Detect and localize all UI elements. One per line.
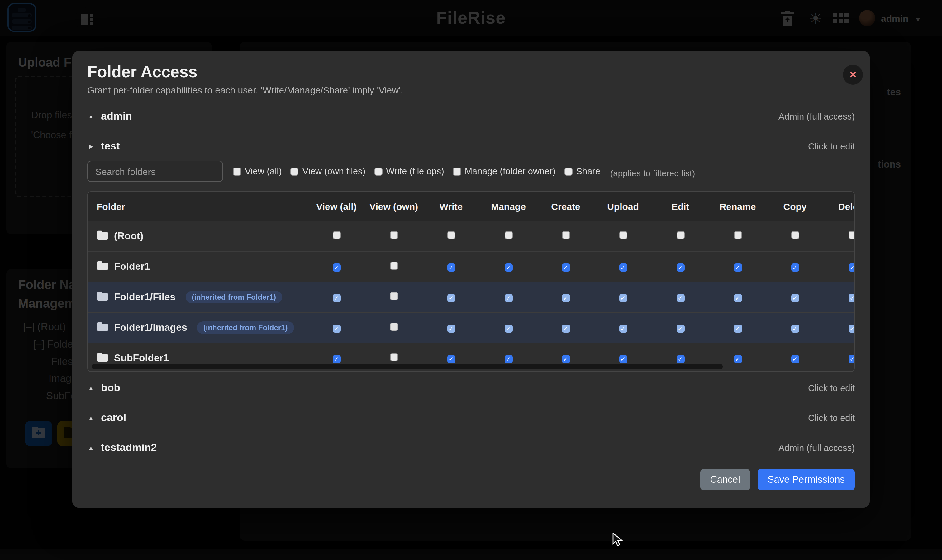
perm-checkbox-unchecked[interactable]	[848, 231, 855, 239]
column-header-manage: Manage	[480, 192, 537, 221]
modal-subtitle: Grant per-folder capabilities to each us…	[87, 85, 855, 95]
column-header-rename: Rename	[709, 192, 766, 221]
perm-checkbox-checked[interactable]: ✓	[676, 294, 684, 302]
folder-icon	[97, 230, 108, 242]
folder-name: Folder1	[114, 261, 150, 272]
cancel-button[interactable]: Cancel	[700, 469, 750, 490]
user-row-test[interactable]: ▶ test Click to edit	[87, 134, 855, 159]
filter-checkbox-manage-folder-owner[interactable]: Manage (folder owner)	[453, 166, 556, 176]
perm-checkbox-checked[interactable]: ✓	[676, 355, 684, 363]
user-status: Admin (full access)	[779, 443, 855, 453]
perm-checkbox-checked[interactable]: ✓	[734, 355, 742, 363]
perm-checkbox-unchecked[interactable]	[332, 231, 340, 239]
checkbox-unchecked[interactable]	[564, 167, 572, 175]
perm-checkbox-checked[interactable]: ✓	[504, 294, 513, 302]
folder-icon	[97, 352, 108, 364]
chevron-up-icon: ▲	[87, 415, 95, 421]
perm-checkbox-checked[interactable]: ✓	[848, 355, 855, 363]
filter-checkbox-share[interactable]: Share	[564, 166, 600, 176]
user-name: test	[101, 140, 120, 152]
perm-checkbox-checked[interactable]: ✓	[791, 263, 799, 272]
perm-checkbox-checked[interactable]: ✓	[791, 325, 799, 332]
user-row-bob[interactable]: ▲ bob Click to edit	[87, 375, 855, 400]
folder-name: Folder1/Files	[114, 292, 175, 303]
table-row: Folder1/Images(inherited from Folder1)✓✓…	[88, 312, 855, 343]
perm-checkbox-unchecked[interactable]	[562, 231, 570, 239]
user-status: Click to edit	[808, 383, 855, 393]
chevron-up-icon: ▲	[87, 113, 95, 120]
perm-checkbox-checked[interactable]: ✓	[791, 355, 799, 363]
folder-icon	[97, 291, 108, 303]
perm-checkbox-checked[interactable]: ✓	[734, 294, 742, 302]
column-header-write: Write	[422, 192, 480, 221]
perm-checkbox-unchecked[interactable]	[734, 231, 742, 239]
perm-checkbox-checked[interactable]: ✓	[619, 263, 627, 272]
perm-checkbox-checked[interactable]: ✓	[447, 325, 455, 332]
perm-checkbox-checked[interactable]: ✓	[562, 294, 570, 302]
perm-checkbox-unchecked[interactable]	[390, 292, 398, 300]
perm-checkbox-checked[interactable]: ✓	[504, 263, 513, 272]
perm-checkbox-checked[interactable]: ✓	[332, 263, 340, 272]
perm-checkbox-unchecked[interactable]	[791, 231, 799, 239]
chevron-right-icon: ▶	[87, 143, 95, 149]
perm-checkbox-checked[interactable]: ✓	[619, 294, 627, 302]
horizontal-scrollbar-thumb[interactable]	[92, 364, 723, 369]
filter-checkbox-view-all[interactable]: View (all)	[233, 166, 282, 176]
close-icon[interactable]: ✕	[843, 65, 863, 85]
folder-filter-row: View (all)View (own files)Write (file op…	[87, 160, 855, 183]
table-row: Folder1/Files(inherited from Folder1)✓✓✓…	[88, 282, 855, 312]
perm-checkbox-checked[interactable]: ✓	[447, 263, 455, 272]
save-permissions-button[interactable]: Save Permissions	[757, 469, 855, 490]
perm-checkbox-checked[interactable]: ✓	[676, 325, 684, 332]
perm-checkbox-checked[interactable]: ✓	[447, 294, 455, 302]
column-header-view-own: View (own)	[365, 192, 422, 221]
perm-checkbox-checked[interactable]: ✓	[848, 263, 855, 272]
perm-checkbox-checked[interactable]: ✓	[619, 355, 627, 363]
page: FileRise ☀ admin ▼ Upload Fi Drop files,…	[0, 0, 942, 560]
perm-checkbox-unchecked[interactable]	[390, 231, 398, 239]
folder-icon	[97, 261, 108, 272]
checkbox-unchecked[interactable]	[453, 167, 461, 175]
perm-checkbox-checked[interactable]: ✓	[447, 355, 455, 363]
checkbox-unchecked[interactable]	[291, 167, 299, 175]
user-row-testadmin2[interactable]: ▲ testadmin2 Admin (full access)	[87, 435, 855, 460]
perm-checkbox-unchecked[interactable]	[504, 231, 513, 239]
perm-checkbox-checked[interactable]: ✓	[504, 325, 513, 332]
folder-name: Folder1/Images	[114, 322, 187, 333]
filter-checkbox-view-own-files[interactable]: View (own files)	[291, 166, 366, 176]
user-name: bob	[101, 382, 120, 394]
modal-footer: Cancel Save Permissions	[87, 469, 855, 490]
chevron-up-icon: ▲	[87, 385, 95, 391]
perm-checkbox-unchecked[interactable]	[447, 231, 455, 239]
checkbox-unchecked[interactable]	[233, 167, 241, 175]
perm-checkbox-checked[interactable]: ✓	[562, 325, 570, 332]
perm-checkbox-checked[interactable]: ✓	[562, 263, 570, 272]
perm-checkbox-checked[interactable]: ✓	[332, 325, 340, 332]
perm-checkbox-checked[interactable]: ✓	[676, 263, 684, 272]
filter-checkbox-write-file-ops[interactable]: Write (file ops)	[374, 166, 444, 176]
column-header-view-all: View (all)	[308, 192, 365, 221]
perm-checkbox-checked[interactable]: ✓	[332, 355, 340, 363]
perm-checkbox-checked[interactable]: ✓	[332, 294, 340, 302]
checkbox-unchecked[interactable]	[374, 167, 382, 175]
filter-note: (applies to filtered list)	[610, 168, 695, 178]
perm-checkbox-checked[interactable]: ✓	[504, 355, 513, 363]
perm-checkbox-unchecked[interactable]	[390, 353, 398, 361]
perm-checkbox-unchecked[interactable]	[619, 231, 627, 239]
perm-checkbox-checked[interactable]: ✓	[848, 294, 855, 302]
perm-checkbox-checked[interactable]: ✓	[734, 263, 742, 272]
user-row-carol[interactable]: ▲ carol Click to edit	[87, 406, 855, 431]
user-status: Admin (full access)	[779, 111, 855, 122]
perm-checkbox-checked[interactable]: ✓	[619, 325, 627, 332]
perm-checkbox-checked[interactable]: ✓	[791, 294, 799, 302]
search-input[interactable]	[87, 161, 223, 182]
perm-checkbox-unchecked[interactable]	[390, 262, 398, 270]
perm-checkbox-checked[interactable]: ✓	[734, 325, 742, 332]
column-header-edit: Edit	[652, 192, 709, 221]
perm-checkbox-checked[interactable]: ✓	[562, 355, 570, 363]
user-row-admin[interactable]: ▲ admin Admin (full access)	[87, 104, 855, 129]
perm-checkbox-checked[interactable]: ✓	[848, 325, 855, 332]
perm-checkbox-unchecked[interactable]	[676, 231, 684, 239]
column-header-create: Create	[537, 192, 594, 221]
perm-checkbox-unchecked[interactable]	[390, 323, 398, 331]
